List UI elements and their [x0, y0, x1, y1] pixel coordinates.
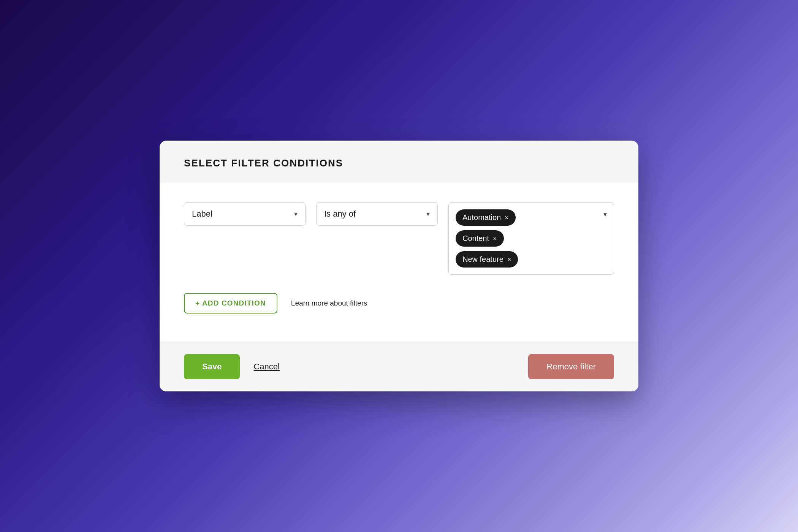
- dialog-footer: Save Cancel Remove filter: [160, 342, 638, 391]
- label-dropdown-chevron: ▾: [294, 210, 298, 218]
- learn-more-link[interactable]: Learn more about filters: [291, 299, 367, 307]
- operator-dropdown[interactable]: Is any of ▾: [316, 202, 438, 226]
- dialog-title: SELECT FILTER CONDITIONS: [184, 157, 614, 169]
- tag-content-remove[interactable]: ×: [493, 235, 497, 242]
- label-dropdown-value: Label: [192, 209, 212, 219]
- tag-automation-remove[interactable]: ×: [505, 214, 509, 221]
- operator-dropdown-display[interactable]: Is any of ▾: [317, 203, 437, 225]
- save-button[interactable]: Save: [184, 354, 240, 379]
- remove-filter-button[interactable]: Remove filter: [528, 354, 614, 379]
- label-dropdown-display[interactable]: Label ▾: [184, 203, 305, 225]
- values-chevron-icon[interactable]: ▾: [603, 210, 607, 218]
- label-dropdown[interactable]: Label ▾: [184, 202, 306, 226]
- operator-dropdown-value: Is any of: [324, 209, 356, 219]
- operator-dropdown-chevron: ▾: [426, 210, 430, 218]
- tag-content-label: Content: [462, 234, 489, 243]
- tag-automation-label: Automation: [462, 213, 501, 222]
- add-condition-button[interactable]: + ADD CONDITION: [184, 293, 277, 314]
- tag-new-feature: New feature ×: [456, 251, 518, 268]
- tag-content: Content ×: [456, 230, 504, 247]
- values-multiselect[interactable]: ▾ Automation × Content × New feature ×: [448, 202, 614, 275]
- filter-conditions-dialog: SELECT FILTER CONDITIONS Label ▾ Is any …: [160, 141, 638, 391]
- cancel-button[interactable]: Cancel: [253, 362, 279, 372]
- actions-row: + ADD CONDITION Learn more about filters: [184, 293, 614, 314]
- tags-container: ▾ Automation × Content × New feature ×: [449, 203, 614, 274]
- tag-new-feature-remove[interactable]: ×: [507, 256, 511, 263]
- dialog-header: SELECT FILTER CONDITIONS: [160, 141, 638, 183]
- conditions-row: Label ▾ Is any of ▾ ▾ Automation ×: [184, 202, 614, 275]
- dialog-body: Label ▾ Is any of ▾ ▾ Automation ×: [160, 183, 638, 342]
- tag-new-feature-label: New feature: [462, 255, 504, 264]
- tag-automation: Automation ×: [456, 209, 516, 226]
